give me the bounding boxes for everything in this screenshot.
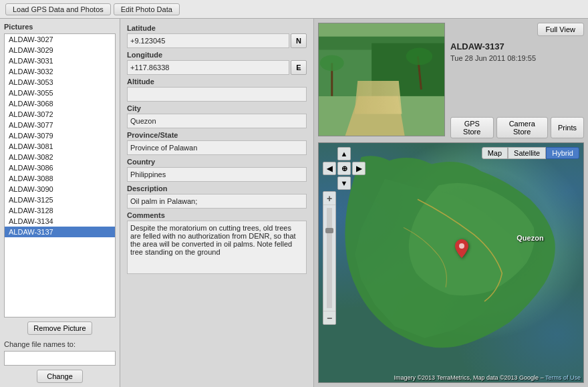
camera-store-button[interactable]: Camera Store — [496, 117, 548, 138]
map-type-hybrid-button[interactable]: Hybrid — [546, 147, 579, 159]
list-item[interactable]: ALDAW-3090 — [5, 184, 115, 195]
list-item[interactable]: ALDAW-3128 — [5, 205, 115, 216]
latitude-row: Latitude N — [127, 24, 307, 48]
zoom-out-button[interactable]: − — [323, 311, 335, 324]
change-button[interactable]: Change — [37, 370, 83, 383]
map-nav-right-button[interactable]: ▶ — [352, 162, 365, 175]
list-item[interactable]: ALDAW-3027 — [5, 34, 115, 45]
list-item[interactable]: ALDAW-3081 — [5, 141, 115, 152]
longitude-input-group: E — [127, 60, 307, 75]
map-nav-controls: ▲ ◀ ⊕ ▶ ▼ — [323, 147, 365, 190]
description-label: Description — [127, 184, 307, 192]
map-area[interactable]: Map Satellite Hybrid ▲ ◀ ⊕ ▶ — [318, 142, 584, 383]
latitude-dir-button[interactable]: N — [291, 33, 307, 48]
change-label: Change file names to: — [4, 340, 116, 348]
list-item[interactable]: ALDAW-3079 — [5, 130, 115, 141]
province-label: Province/State — [127, 131, 307, 139]
svg-point-8 — [406, 48, 433, 66]
map-marker — [455, 239, 468, 260]
svg-point-7 — [320, 55, 344, 71]
altitude-input[interactable] — [127, 87, 307, 102]
list-item[interactable]: ALDAW-3086 — [5, 162, 115, 173]
comments-textarea[interactable]: Despite the moratorium on cutting trees,… — [127, 221, 307, 274]
gps-store-button[interactable]: GPS Store — [450, 117, 494, 138]
list-item[interactable]: ALDAW-3055 — [5, 88, 115, 98]
list-item[interactable]: ALDAW-3068 — [5, 98, 115, 109]
longitude-dir-button[interactable]: E — [291, 60, 307, 75]
latitude-input[interactable] — [127, 33, 289, 48]
change-filename-input[interactable] — [4, 351, 116, 366]
map-nav-down-row: ▼ — [323, 176, 365, 190]
edit-photo-data-button[interactable]: Edit Photo Data — [114, 3, 180, 15]
description-row: Description — [127, 184, 307, 209]
zoom-thumb[interactable] — [325, 228, 333, 233]
country-input[interactable] — [127, 167, 307, 182]
country-row: Country — [127, 158, 307, 182]
map-type-buttons: Map Satellite Hybrid — [482, 147, 579, 159]
photo-image — [319, 23, 444, 136]
terms-link[interactable]: Terms of Use — [545, 374, 581, 381]
map-nav-center-button[interactable]: ⊕ — [337, 162, 351, 175]
altitude-row: Altitude — [127, 78, 307, 102]
remove-picture-button[interactable]: Remove Picture — [27, 321, 92, 335]
map-nav-down-button[interactable]: ▼ — [337, 176, 351, 190]
main-layout: Pictures ALDAW-3027ALDAW-3029ALDAW-3031A… — [0, 19, 588, 387]
longitude-input[interactable] — [127, 60, 289, 75]
list-item[interactable]: ALDAW-3072 — [5, 109, 115, 120]
list-item[interactable]: ALDAW-3125 — [5, 195, 115, 205]
latitude-input-group: N — [127, 33, 307, 48]
zoom-track[interactable] — [327, 208, 332, 308]
city-row: City — [127, 104, 307, 128]
photo-box — [318, 23, 445, 136]
map-nav-up-row: ▲ — [323, 147, 365, 160]
map-background: Map Satellite Hybrid ▲ ◀ ⊕ ▶ — [319, 143, 583, 382]
province-row: Province/State — [127, 131, 307, 155]
province-input[interactable] — [127, 140, 307, 155]
map-footer: Imagery ©2013 TerraMetrics, Map data ©20… — [394, 374, 581, 381]
comments-row: Comments Despite the moratorium on cutti… — [127, 211, 307, 274]
right-panel: Full View ALDAW-3137 Tue 28 Jun 2011 08:… — [314, 19, 588, 387]
photo-meta: Full View ALDAW-3137 Tue 28 Jun 2011 08:… — [450, 23, 584, 138]
list-item[interactable]: ALDAW-3077 — [5, 120, 115, 130]
map-nav-up-button[interactable]: ▲ — [337, 147, 351, 160]
list-item[interactable]: ALDAW-3031 — [5, 55, 115, 66]
map-attribution: Imagery ©2013 TerraMetrics, Map data ©20… — [394, 374, 581, 381]
list-item[interactable]: ALDAW-3082 — [5, 152, 115, 162]
list-item[interactable]: ALDAW-3029 — [5, 45, 115, 55]
photo-date: Tue 28 Jun 2011 08:19:55 — [450, 54, 584, 62]
svg-point-10 — [459, 243, 464, 249]
zoom-in-button[interactable]: + — [323, 192, 335, 205]
photo-action-buttons: GPS Store Camera Store Prints — [450, 117, 584, 138]
altitude-label: Altitude — [127, 78, 307, 86]
left-panel: Pictures ALDAW-3027ALDAW-3029ALDAW-3031A… — [0, 19, 120, 387]
description-input[interactable] — [127, 194, 307, 209]
city-label: City — [127, 104, 307, 112]
map-nav-left-button[interactable]: ◀ — [323, 162, 336, 175]
form-panel: Latitude N Longitude E Altitude City Pro… — [120, 19, 314, 387]
pictures-label: Pictures — [4, 23, 116, 31]
comments-label: Comments — [127, 211, 307, 219]
map-nav-middle-row: ◀ ⊕ ▶ — [323, 162, 365, 175]
map-type-map-button[interactable]: Map — [482, 147, 508, 159]
country-label: Country — [127, 158, 307, 166]
city-input[interactable] — [127, 114, 307, 128]
picture-list[interactable]: ALDAW-3027ALDAW-3029ALDAW-3031ALDAW-3032… — [4, 33, 116, 317]
list-item[interactable]: ALDAW-3053 — [5, 77, 115, 88]
latitude-label: Latitude — [127, 24, 307, 32]
photo-info-area: Full View ALDAW-3137 Tue 28 Jun 2011 08:… — [314, 19, 588, 142]
map-type-satellite-button[interactable]: Satellite — [508, 147, 546, 159]
toolbar: Load GPS Data and Photos Edit Photo Data — [0, 0, 588, 19]
list-item[interactable]: ALDAW-3088 — [5, 173, 115, 184]
list-item[interactable]: ALDAW-3137 — [5, 227, 115, 237]
longitude-label: Longitude — [127, 51, 307, 59]
full-view-button[interactable]: Full View — [537, 23, 584, 36]
longitude-row: Longitude E — [127, 51, 307, 75]
list-item[interactable]: ALDAW-3134 — [5, 216, 115, 227]
list-item[interactable]: ALDAW-3032 — [5, 66, 115, 77]
prints-button[interactable]: Prints — [551, 117, 584, 138]
map-zoom-bar[interactable]: + − — [323, 191, 336, 325]
photo-id: ALDAW-3137 — [450, 41, 584, 51]
svg-rect-3 — [372, 43, 444, 96]
load-gps-data-button[interactable]: Load GPS Data and Photos — [5, 3, 111, 15]
